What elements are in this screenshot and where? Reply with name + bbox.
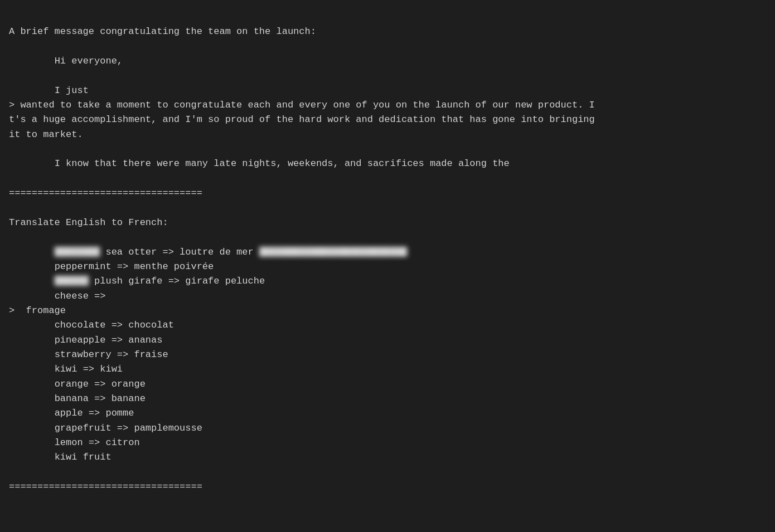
indent-s2b: [9, 261, 55, 272]
prompt-fromage: > fromage: [9, 305, 66, 316]
item-banana: banana => banane: [55, 393, 146, 404]
indent2: [9, 85, 55, 96]
indent-s2h: [9, 364, 55, 374]
indent-s2k: [9, 408, 55, 418]
item-grapefruit: grapefruit => pamplemousse: [55, 423, 202, 433]
section2-heading: Translate English to French:: [9, 217, 168, 228]
indent-s2j: [9, 393, 55, 404]
line5: I know that there were many late nights,…: [9, 158, 510, 169]
item-orange: orange => orange: [55, 379, 146, 389]
separator2: ==================================: [9, 481, 202, 492]
separator1: ==================================: [9, 188, 202, 198]
item-apple: apple => pomme: [55, 408, 134, 418]
indent-s2e: [9, 320, 55, 330]
indent-s2c: [9, 276, 55, 286]
item-peppermint: peppermint => menthe poivrée: [55, 261, 214, 272]
line2: > wanted to take a moment to congratulat…: [9, 100, 595, 110]
item-strawberry: strawberry => fraise: [55, 349, 168, 360]
item-kiwi: kiwi => kiwi: [55, 364, 123, 374]
indent-s2d: [9, 291, 55, 301]
item-pineapple: pineapple => ananas: [55, 335, 163, 345]
indent-s2: [9, 247, 55, 257]
item-kiwi-fruit: kiwi fruit: [55, 452, 112, 462]
item-plush: plush girafe => girafe peluche: [94, 276, 265, 286]
line3: t's a huge accomplishment, and I'm so pr…: [9, 114, 595, 125]
item-sea-otter: sea otter => loutre de mer: [105, 247, 253, 257]
blurred-1: ████████: [55, 245, 100, 260]
item-lemon: lemon => citron: [55, 437, 140, 448]
line1: I just: [55, 85, 89, 96]
blurred-3: ██████: [55, 274, 89, 289]
item-cheese: cheese =>: [55, 291, 106, 301]
indent-s2n: [9, 452, 55, 462]
item-chocolate: chocolate => chocolat: [55, 320, 174, 330]
indent-s2l: [9, 423, 55, 433]
indent1: [9, 56, 55, 66]
blurred-2: ██████████████████████████: [259, 245, 407, 260]
greeting: Hi everyone,: [55, 56, 123, 66]
indent-s2f: [9, 335, 55, 345]
indent-s2i: [9, 379, 55, 389]
indent-s2g: [9, 349, 55, 360]
indent-s2m: [9, 437, 55, 448]
line4: it to market.: [9, 129, 83, 140]
terminal-output: A brief message congratulating the team …: [9, 10, 766, 494]
section1-heading: A brief message congratulating the team …: [9, 26, 316, 37]
